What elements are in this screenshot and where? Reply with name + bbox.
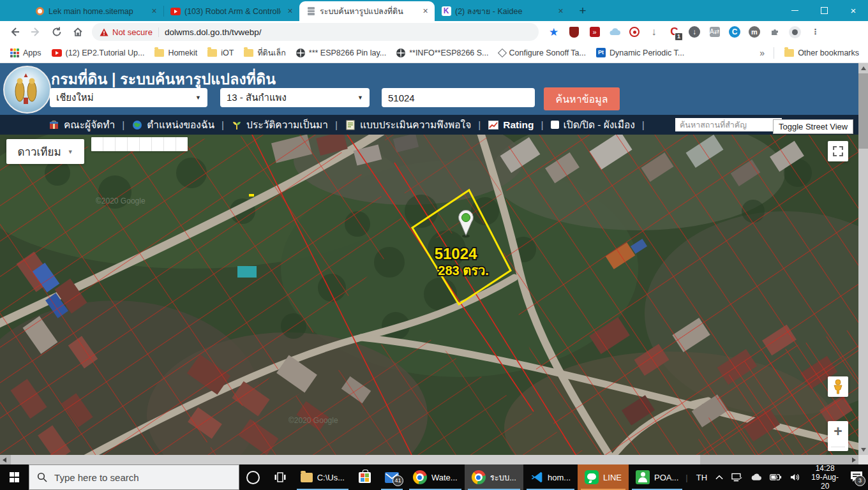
parcel-number-input[interactable] bbox=[382, 88, 535, 107]
c-blue-extension-icon[interactable]: C bbox=[729, 26, 740, 38]
map-type-button[interactable]: ดาวเทียม ▼ bbox=[6, 139, 84, 164]
battery-icon[interactable] bbox=[770, 473, 782, 481]
colorzilla-extension-icon[interactable]: C1 bbox=[668, 26, 680, 38]
horizontal-scroll-thumb[interactable] bbox=[11, 455, 700, 464]
tab-dol-parcel-search[interactable]: ระบบค้นหารูปแปลงที่ดิน × bbox=[299, 1, 435, 21]
tab-youtube[interactable]: (103) Robot Arm & Controller - E × bbox=[164, 1, 299, 21]
tab-lek-home[interactable]: Lek main home.sitemap × bbox=[28, 1, 163, 21]
bookmark-folder-iot[interactable]: iOT bbox=[207, 48, 234, 57]
bookmark-esp8266-info[interactable]: **INFO**ESP8266 S... bbox=[396, 48, 488, 57]
taskbar-app-line[interactable]: LINE bbox=[578, 464, 629, 490]
forward-icon[interactable] bbox=[29, 26, 42, 38]
taskbar-app-vscode[interactable]: hom... bbox=[523, 464, 578, 490]
m-extension-icon[interactable]: m bbox=[749, 26, 760, 38]
downloader-extension-icon[interactable]: ↓ bbox=[689, 26, 700, 38]
tab-close-icon[interactable]: × bbox=[420, 6, 431, 17]
action-center-button[interactable]: 3 bbox=[850, 471, 863, 484]
language-indicator[interactable]: TH bbox=[696, 473, 707, 482]
street-view-pegman-button[interactable] bbox=[828, 376, 848, 397]
fullscreen-button[interactable] bbox=[828, 141, 848, 161]
bookmark-esp8266-pin[interactable]: *** ESP8266 Pin lay... bbox=[296, 48, 386, 57]
nav-item-rating[interactable]: Rating bbox=[488, 119, 534, 131]
new-tab-button[interactable]: + bbox=[574, 2, 592, 20]
nav-item-history[interactable]: ประวัติความเป็นมา bbox=[231, 117, 328, 133]
taskbar-clock[interactable]: 14:28 19-Aug-20 bbox=[809, 464, 842, 490]
onedrive-cloud-icon[interactable] bbox=[751, 473, 762, 481]
taskbar-app-store[interactable] bbox=[352, 464, 378, 490]
nav-item-cityplan-toggle[interactable]: เปิด/ปิด - ผังเมือง bbox=[551, 117, 635, 133]
menu-kebab-icon[interactable]: ⋮ bbox=[809, 26, 821, 38]
nav-separator: | bbox=[335, 119, 338, 131]
folder-icon bbox=[207, 49, 217, 57]
satellite-map[interactable]: 51024 283 ตรว. ©2020 Google ©2020 Google… bbox=[0, 135, 858, 455]
bookmark-youtube[interactable]: (12) EP2.Tutorial Up... bbox=[52, 48, 145, 57]
folder-icon bbox=[301, 473, 313, 482]
province-select[interactable]: เชียงใหม่▼ bbox=[50, 88, 207, 107]
omnibox[interactable]: Not secure dolwms.dol.go.th/tvwebp/ bbox=[92, 23, 539, 41]
zoom-in-button[interactable]: + bbox=[828, 421, 848, 451]
windows-taskbar: Type here to search C:\Us... 41 Wate... … bbox=[0, 464, 868, 490]
nav-item-survey[interactable]: แบบประเมินความพึงพอใจ bbox=[345, 117, 471, 133]
taskbar-app-file-explorer[interactable]: C:\Us... bbox=[294, 464, 352, 490]
minimize-button[interactable] bbox=[780, 0, 809, 21]
nav-label: Rating bbox=[503, 119, 534, 131]
place-search-input[interactable] bbox=[675, 118, 782, 131]
horizontal-scrollbar[interactable] bbox=[0, 455, 858, 464]
cityplan-checkbox[interactable] bbox=[551, 121, 559, 129]
profile-avatar-icon[interactable] bbox=[789, 26, 801, 38]
maximize-button[interactable] bbox=[809, 0, 839, 21]
scroll-right-arrow-icon[interactable] bbox=[852, 457, 856, 463]
translate-extension-icon[interactable]: A⇄ bbox=[708, 26, 721, 38]
puzzle-extension-icon[interactable] bbox=[768, 26, 781, 38]
taskbar-search[interactable]: Type here to search bbox=[29, 464, 239, 490]
tab-kaidee[interactable]: K (2) ลงขาย - Kaidee × bbox=[435, 1, 570, 21]
fastforward-extension-icon[interactable]: » bbox=[588, 26, 601, 38]
cortana-button[interactable] bbox=[239, 464, 266, 490]
map-toolbar-strip[interactable] bbox=[91, 137, 188, 151]
mp3-extension-icon[interactable] bbox=[629, 27, 640, 37]
chrome-icon bbox=[472, 470, 486, 484]
search-data-button[interactable]: ค้นหาข้อมูล bbox=[544, 87, 620, 110]
scroll-left-arrow-icon[interactable] bbox=[3, 457, 6, 463]
folder-icon bbox=[244, 49, 253, 57]
not-secure-label[interactable]: Not secure bbox=[112, 27, 153, 37]
taskbar-app-chrome-water[interactable]: Wate... bbox=[406, 464, 465, 490]
network-icon[interactable] bbox=[731, 473, 742, 482]
other-bookmarks[interactable]: Other bookmarks bbox=[784, 48, 859, 57]
vertical-scroll-thumb[interactable] bbox=[858, 73, 868, 149]
bookmark-periodic[interactable]: PtDynamic Periodic T... bbox=[596, 48, 684, 57]
bookmark-folder-homekit[interactable]: Homekit bbox=[154, 48, 197, 57]
download-arrow-extension-icon[interactable]: ↓ bbox=[648, 26, 660, 38]
cloud-extension-icon[interactable] bbox=[609, 26, 621, 38]
taskbar-app-poa[interactable]: POA... bbox=[629, 464, 685, 490]
tab-close-icon[interactable]: × bbox=[149, 6, 160, 17]
district-select[interactable]: 13 - สันกำแพง▼ bbox=[220, 88, 370, 107]
bookmark-apps[interactable]: Apps bbox=[10, 48, 41, 57]
taskbar-app-chrome-dol[interactable]: ระบบ... bbox=[465, 464, 523, 490]
vertical-scrollbar[interactable] bbox=[858, 63, 868, 455]
back-icon[interactable] bbox=[8, 26, 21, 38]
tab-close-icon[interactable]: × bbox=[285, 6, 296, 17]
nav-item-credits[interactable]: คณะผู้จัดทำ bbox=[49, 117, 115, 133]
scroll-down-arrow-icon[interactable] bbox=[861, 448, 866, 452]
bookmark-star-icon[interactable]: ★ bbox=[548, 26, 560, 38]
taskbar-app-mail[interactable]: 41 bbox=[378, 464, 406, 490]
chevron-down-icon: ▼ bbox=[357, 94, 363, 101]
nav-item-my-location[interactable]: ตำแหน่งของฉัน bbox=[131, 117, 214, 133]
diamond-icon bbox=[497, 48, 506, 57]
start-button[interactable] bbox=[0, 464, 29, 490]
reload-icon[interactable] bbox=[50, 26, 63, 38]
bookmark-sonoff[interactable]: Configure Sonoff Ta... bbox=[499, 48, 586, 57]
url-text[interactable]: dolwms.dol.go.th/tvwebp/ bbox=[165, 27, 262, 37]
tray-expand-chevron-icon[interactable] bbox=[715, 475, 723, 480]
speaker-icon[interactable] bbox=[790, 473, 800, 482]
shield-extension-icon[interactable] bbox=[568, 26, 580, 38]
bookmarks-overflow-chevron[interactable]: » bbox=[760, 48, 765, 58]
bookmark-folder-land[interactable]: ที่ดินเล็ก bbox=[244, 47, 285, 59]
task-view-button[interactable] bbox=[266, 464, 293, 490]
scroll-up-arrow-icon[interactable] bbox=[861, 66, 866, 70]
home-icon[interactable] bbox=[71, 26, 84, 38]
tab-close-icon[interactable]: × bbox=[555, 6, 566, 17]
close-button[interactable]: × bbox=[839, 0, 868, 21]
omnibox-divider bbox=[158, 27, 159, 37]
